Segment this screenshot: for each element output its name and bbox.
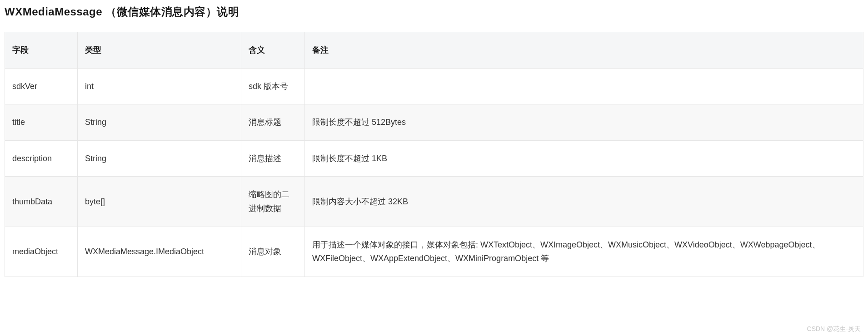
cell-field: thumbData (5, 177, 78, 227)
header-meaning: 含义 (241, 32, 305, 69)
cell-type: String (78, 104, 241, 141)
cell-field: sdkVer (5, 68, 78, 104)
table-row: thumbData byte[] 缩略图的二进制数据 限制内容大小不超过 32K… (5, 177, 863, 227)
cell-meaning: sdk 版本号 (241, 68, 305, 104)
cell-field: mediaObject (5, 227, 78, 277)
cell-meaning: 消息描述 (241, 140, 305, 177)
cell-remark: 限制内容大小不超过 32KB (305, 177, 863, 227)
table-row: description String 消息描述 限制长度不超过 1KB (5, 140, 863, 177)
cell-meaning: 缩略图的二进制数据 (241, 177, 305, 227)
header-remark: 备注 (305, 32, 863, 69)
cell-type: WXMediaMessage.IMediaObject (78, 227, 241, 277)
table-row: mediaObject WXMediaMessage.IMediaObject … (5, 227, 863, 277)
cell-remark: 限制长度不超过 1KB (305, 140, 863, 177)
cell-field: description (5, 140, 78, 177)
cell-type: byte[] (78, 177, 241, 227)
wxmedia-table: 字段 类型 含义 备注 sdkVer int sdk 版本号 title Str… (5, 32, 863, 277)
cell-meaning: 消息标题 (241, 104, 305, 141)
cell-field: title (5, 104, 78, 141)
cell-meaning: 消息对象 (241, 227, 305, 277)
table-row: sdkVer int sdk 版本号 (5, 68, 863, 104)
table-row: title String 消息标题 限制长度不超过 512Bytes (5, 104, 863, 141)
cell-remark (305, 68, 863, 104)
cell-type: String (78, 140, 241, 177)
header-type: 类型 (78, 32, 241, 69)
section-heading: WXMediaMessage （微信媒体消息内容）说明 (5, 5, 863, 19)
cell-type: int (78, 68, 241, 104)
cell-remark: 用于描述一个媒体对象的接口，媒体对象包括: WXTextObject、WXIma… (305, 227, 863, 277)
header-field: 字段 (5, 32, 78, 69)
cell-remark: 限制长度不超过 512Bytes (305, 104, 863, 141)
table-header-row: 字段 类型 含义 备注 (5, 32, 863, 69)
